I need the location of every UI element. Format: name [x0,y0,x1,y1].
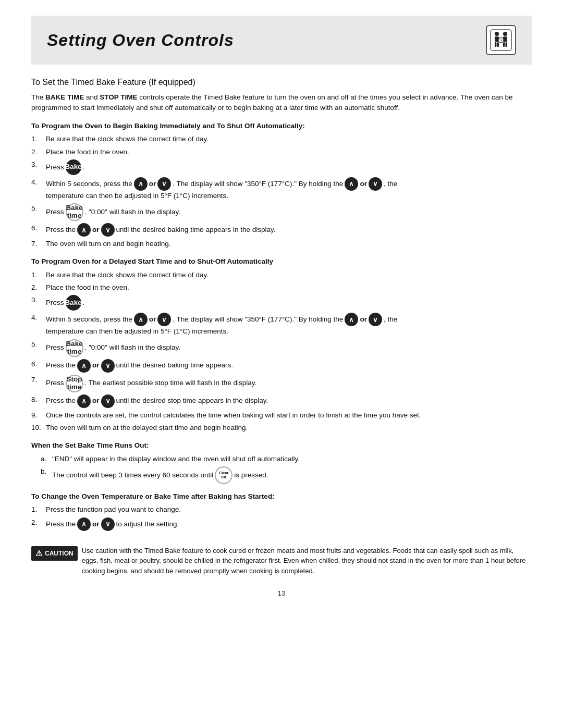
warning-icon: ⚠ [35,548,42,560]
bake-button: Bake [66,295,81,311]
page-title: Setting Oven Controls [47,28,234,52]
list-item: 6. Press the or until the desired baking… [31,359,532,373]
bake-button: Bake [66,159,81,175]
list-item: 1. Be sure that the clock shows the corr… [31,270,532,280]
list-item: 4. Within 5 seconds, press the or . The … [31,313,532,337]
up-arrow-button [77,359,91,373]
list-item: 6. Press the or until the desired baking… [31,223,532,237]
down-arrow-button [369,177,382,191]
page-header: Setting Oven Controls [31,16,532,65]
bake-time-button: Baketime [66,203,83,221]
list-item: 8. Press the or until the desired stop t… [31,394,532,408]
list-item: 5. Press Baketime . "0:00" will flash in… [31,339,532,357]
up-arrow-button [134,313,148,326]
when-set-bake-steps: a. "END" will appear in the display wind… [31,454,532,484]
up-arrow-button [77,394,91,408]
svg-rect-3 [495,42,497,47]
list-item: 2. Place the food in the oven. [31,147,532,157]
up-arrow-button [345,313,358,326]
clear-off-button: Clearoff [215,466,232,484]
program1-heading: To Program the Oven to Begin Baking Imme… [31,121,532,131]
svg-point-5 [503,32,507,36]
intro-text: The BAKE TIME and STOP TIME controls ope… [31,92,532,114]
page: Setting Oven Controls [0,0,563,728]
caution-box: ⚠ CAUTION Use caution with the Timed Bak… [31,546,532,576]
list-item: 1. Be sure that the clock shows the corr… [31,134,532,144]
list-item: b. The control will beep 3 times every 6… [41,466,532,484]
down-arrow-button [101,223,115,237]
program1-steps: 1. Be sure that the clock shows the corr… [31,134,532,249]
list-item: 9. Once the controls are set, the contro… [31,410,532,421]
section-title: To Set the Timed Bake Feature (If equipp… [31,76,532,88]
down-arrow-button [101,394,115,408]
svg-rect-4 [497,42,499,47]
stop-time-button: Stoptime [66,375,83,392]
up-arrow-button [77,223,91,237]
program2-heading: To Program Oven for a Delayed Start Time… [31,256,532,267]
program2-steps: 1. Be sure that the clock shows the corr… [31,270,532,433]
up-arrow-button [77,517,91,531]
down-arrow-button [101,517,115,531]
up-arrow-button [345,177,358,191]
caution-label: ⚠ CAUTION [31,546,78,561]
list-item: 1. Press the function pad you want to ch… [31,504,532,515]
down-arrow-button [369,313,382,326]
svg-rect-8 [506,42,508,47]
list-item: 7. Press Stoptime . The earliest possibl… [31,375,532,392]
list-item: 5. Press Baketime . "0:00" will flash in… [31,203,532,221]
list-item: 2. Place the food in the oven. [31,282,532,293]
to-change-heading: To Change the Oven Temperature or Bake T… [31,491,532,502]
page-number: 13 [31,588,532,599]
list-item: 2. Press the or to adjust the setting. [31,517,532,531]
down-arrow-button [157,177,171,191]
list-item: 7. The oven will turn on and begin heati… [31,239,532,249]
down-arrow-button [101,359,115,373]
up-arrow-button [134,177,148,191]
oven-controls-icon [486,25,516,55]
list-item: a. "END" will appear in the display wind… [41,454,532,464]
svg-point-1 [495,32,499,36]
list-item: 3. Press Bake . [31,159,532,175]
when-set-bake-heading: When the Set Bake Time Runs Out: [31,440,532,451]
list-item: 10. The oven will turn on at the delayed… [31,423,532,433]
svg-rect-7 [503,42,505,47]
list-item: 4. Within 5 seconds, press the or . The … [31,177,532,201]
down-arrow-button [157,313,171,326]
bake-time-button: Baketime [66,339,83,357]
list-item: 3. Press Bake . [31,295,532,311]
to-change-steps: 1. Press the function pad you want to ch… [31,504,532,530]
